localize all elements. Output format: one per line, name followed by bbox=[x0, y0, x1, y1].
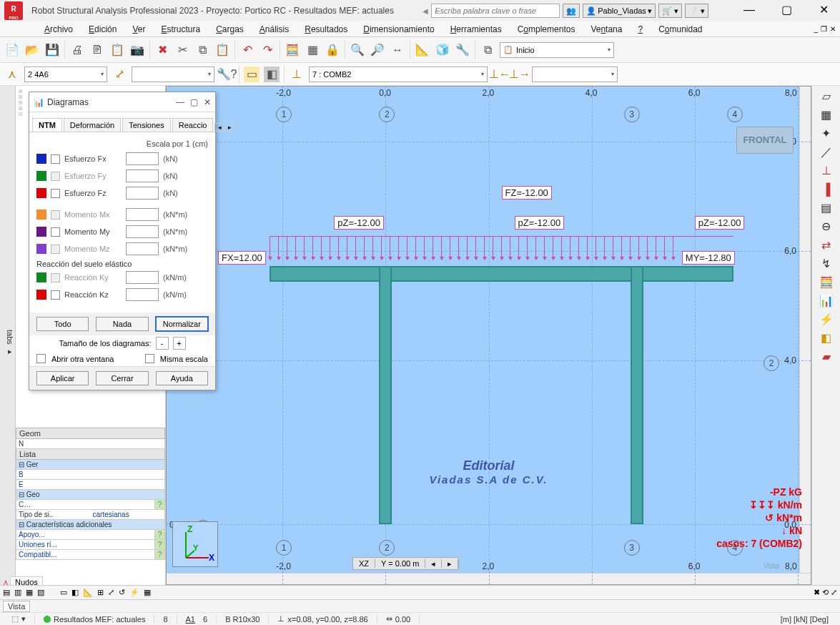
orientation-widget[interactable]: Z X Y bbox=[172, 521, 218, 567]
node-tool-icon[interactable]: ✦ bbox=[816, 126, 836, 143]
view3d-icon[interactable]: ◧ bbox=[264, 67, 280, 82]
scale-ky[interactable] bbox=[126, 271, 159, 284]
chk-fz[interactable] bbox=[51, 189, 60, 198]
menu-analisis[interactable]: Análisis bbox=[260, 24, 289, 34]
scale-fz[interactable] bbox=[126, 187, 159, 200]
btn-cerrar[interactable]: Cerrar bbox=[96, 371, 148, 385]
prev-case-icon[interactable]: ⊥← bbox=[492, 67, 508, 82]
tab-next[interactable]: ▸ bbox=[224, 123, 234, 132]
next-case-icon[interactable]: ⊥→ bbox=[512, 67, 528, 82]
chk-open-window[interactable] bbox=[36, 354, 46, 363]
node-select-icon[interactable]: ⋏ bbox=[4, 67, 20, 82]
zoom-icon[interactable]: 🔍 bbox=[350, 42, 365, 58]
material-tool-icon[interactable]: ▤ bbox=[816, 200, 836, 217]
tab-prev[interactable]: ◂ bbox=[214, 123, 224, 132]
scale-kz[interactable] bbox=[126, 288, 159, 301]
model-canvas[interactable]: -2,0 0,0 2,0 4,0 6,0 8,0 -2,0 2,0 6,0 8,… bbox=[166, 86, 811, 585]
layout-combo[interactable]: 📋 Inicio▾ bbox=[500, 42, 614, 58]
menu-dimensionamiento[interactable]: Dimensionamiento bbox=[363, 24, 434, 34]
bar-tool-icon[interactable]: ／ bbox=[816, 144, 836, 162]
help-icon[interactable]: ? bbox=[154, 530, 164, 539]
mdi-close[interactable]: ✕ bbox=[830, 25, 836, 33]
zoom-window-icon[interactable]: 🔎 bbox=[370, 42, 385, 58]
btn-size-plus[interactable]: + bbox=[173, 337, 186, 350]
bar-combo[interactable]: ▾ bbox=[132, 67, 214, 82]
menu-qmark[interactable]: ? bbox=[638, 24, 643, 34]
selection-combo[interactable]: 2 4A6▾ bbox=[24, 67, 107, 82]
menu-estructura[interactable]: Estructura bbox=[161, 24, 200, 34]
props-lista-header[interactable]: Lista bbox=[16, 449, 165, 460]
paste-icon[interactable]: 📋 bbox=[214, 42, 230, 58]
btn-normalizar[interactable]: Normalizar bbox=[156, 317, 208, 331]
close-button[interactable]: ✕ bbox=[811, 2, 836, 19]
menu-edicion[interactable]: Edición bbox=[89, 24, 117, 34]
minimize-button[interactable]: — bbox=[737, 2, 761, 19]
help-icon[interactable]: ? bbox=[154, 550, 164, 559]
table-icon[interactable]: ▦ bbox=[305, 42, 320, 58]
chk-kz[interactable] bbox=[51, 290, 60, 300]
btn-ayuda[interactable]: Ayuda bbox=[156, 371, 208, 385]
copy-icon[interactable]: ⧉ bbox=[194, 42, 210, 58]
tab-vista[interactable]: Vista bbox=[3, 601, 30, 612]
calc-tool-icon[interactable]: 🧮 bbox=[816, 275, 836, 292]
menu-comunidad[interactable]: Comunidad bbox=[658, 24, 702, 34]
scale-fx[interactable] bbox=[126, 152, 159, 165]
user-menu[interactable]: 👤 Pablo_Viadas ▾ bbox=[583, 4, 656, 18]
chk-fx[interactable] bbox=[51, 154, 60, 164]
redo-icon[interactable]: ↷ bbox=[260, 42, 275, 58]
dialog-minimize[interactable]: — bbox=[176, 97, 184, 107]
user-info-button[interactable]: 👥 bbox=[563, 4, 580, 18]
menu-resultados[interactable]: Resultados bbox=[305, 24, 347, 34]
calc-icon[interactable]: 🧮 bbox=[285, 42, 300, 58]
help-icon[interactable]: ? bbox=[154, 540, 164, 549]
scale-mx[interactable] bbox=[126, 208, 159, 221]
tab-reacciones[interactable]: Reaccio bbox=[172, 118, 214, 132]
mdi-minimize[interactable]: _ bbox=[814, 25, 818, 33]
open-icon[interactable]: 📂 bbox=[24, 42, 40, 58]
design-tool-icon[interactable]: ⚡ bbox=[816, 312, 836, 329]
case-icon[interactable]: ⊥ bbox=[289, 67, 305, 82]
btn-aplicar[interactable]: Aplicar bbox=[36, 371, 89, 385]
section-tool-icon[interactable]: ▐ bbox=[816, 182, 836, 199]
menu-ver[interactable]: Ver bbox=[132, 24, 145, 34]
tabs-strip[interactable]: tabs ▸ bbox=[0, 86, 16, 585]
cube-tool-icon[interactable]: ◧ bbox=[816, 330, 836, 348]
menu-cargas[interactable]: Cargas bbox=[216, 24, 244, 34]
load-case-combo[interactable]: 7 : COMB2▾ bbox=[309, 67, 488, 82]
workplane-bar[interactable]: XZ Y = 0.00 m ◂▸ bbox=[352, 557, 459, 570]
scale-mz[interactable] bbox=[126, 242, 159, 255]
beam-element[interactable] bbox=[270, 266, 733, 282]
attributes-icon[interactable]: 🔧 bbox=[455, 42, 470, 58]
mode-combo[interactable]: ▾ bbox=[532, 67, 618, 82]
tab-deformacion[interactable]: Deformación bbox=[64, 118, 121, 132]
release-tool-icon[interactable]: ⊖ bbox=[816, 219, 836, 236]
layout-icon[interactable]: ⧉ bbox=[480, 42, 495, 58]
select-tool-icon[interactable]: ▱ bbox=[816, 89, 836, 106]
btn-size-minus[interactable]: - bbox=[156, 337, 169, 350]
filter-icon[interactable]: 🔧? bbox=[219, 67, 234, 82]
cart-button[interactable]: 🛒 ▾ bbox=[658, 4, 682, 18]
load-tool-icon[interactable]: ↯ bbox=[816, 256, 836, 273]
display-icon[interactable]: 🧊 bbox=[435, 42, 450, 58]
dialog-close[interactable]: ✕ bbox=[204, 97, 211, 107]
save-icon[interactable]: 💾 bbox=[44, 42, 60, 58]
lock-icon[interactable]: 🔒 bbox=[325, 42, 340, 58]
print-icon[interactable]: 🖨 bbox=[69, 42, 85, 58]
tab-tensiones[interactable]: Tensiones bbox=[122, 118, 171, 132]
help-button[interactable]: ❔ ▾ bbox=[685, 4, 708, 18]
panel-tool-icon[interactable]: ▰ bbox=[816, 349, 836, 366]
chk-same-scale[interactable] bbox=[145, 354, 154, 363]
maximize-button[interactable]: ▢ bbox=[774, 2, 799, 19]
select-arrow-icon[interactable]: ↔ bbox=[390, 42, 405, 58]
scale-fy[interactable] bbox=[126, 169, 159, 182]
dialog-maximize[interactable]: ▢ bbox=[190, 97, 198, 107]
menu-complementos[interactable]: Complementos bbox=[518, 24, 575, 34]
tab-ntm[interactable]: NTM bbox=[32, 118, 62, 132]
menu-archivo[interactable]: Archivo bbox=[44, 24, 73, 34]
undo-icon[interactable]: ↶ bbox=[239, 42, 255, 58]
search-input[interactable] bbox=[431, 4, 560, 18]
viewcube[interactable]: FRONTAL bbox=[736, 127, 794, 154]
new-icon[interactable]: 📄 bbox=[4, 42, 20, 58]
print-preview-icon[interactable]: 🖹 bbox=[89, 42, 105, 58]
bar-select-icon[interactable]: ⤢ bbox=[112, 67, 127, 82]
